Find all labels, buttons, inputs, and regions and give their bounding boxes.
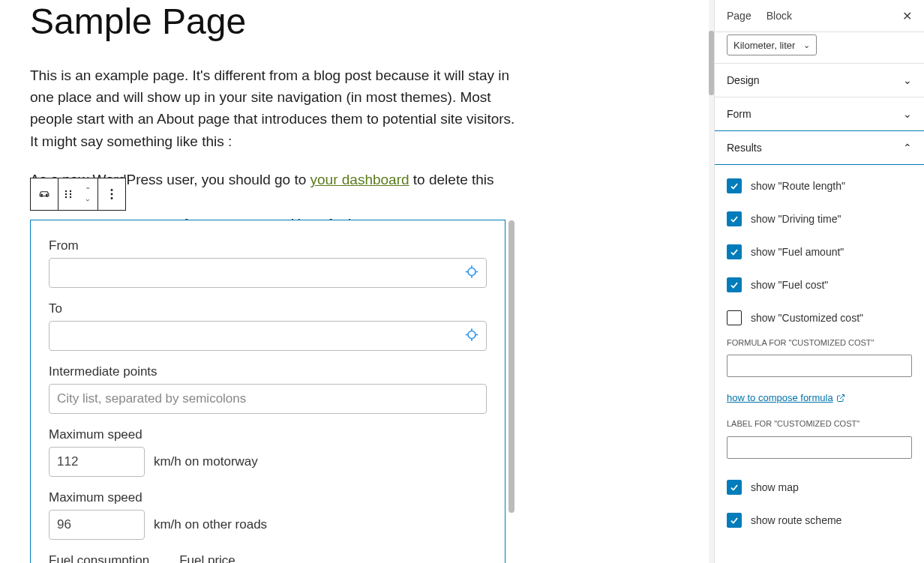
chevron-up-icon: ⌃ <box>85 187 91 194</box>
to-label: To <box>49 301 487 316</box>
check-icon <box>729 280 740 290</box>
more-vertical-icon <box>104 187 119 202</box>
check-icon <box>729 515 740 526</box>
svg-line-21 <box>840 394 844 399</box>
check-icon <box>729 181 740 191</box>
panel-results-body: show "Route length" show "Driving time" … <box>715 165 924 552</box>
chevron-down-icon: ⌄ <box>903 108 912 120</box>
check-icon <box>729 482 740 493</box>
units-value: Kilometer, liter <box>734 40 795 51</box>
intermediate-label: Intermediate points <box>49 364 487 379</box>
dashboard-link[interactable]: your dashboard <box>310 172 410 187</box>
checkbox-fuel-cost[interactable] <box>727 277 742 292</box>
drag-icon <box>61 187 76 202</box>
checkbox-show-route-scheme[interactable] <box>727 513 742 528</box>
svg-point-11 <box>468 268 476 276</box>
page-title[interactable]: Sample Page <box>30 0 715 43</box>
svg-point-5 <box>70 193 71 195</box>
label-custom-label: Label for "Customized cost" <box>727 418 912 430</box>
panel-results-label: Results <box>727 142 762 154</box>
tab-block[interactable]: Block <box>766 0 792 31</box>
fuel-consumption-label: Fuel consumption <box>49 553 149 563</box>
locate-icon[interactable] <box>464 265 479 282</box>
checkbox-route-length[interactable] <box>727 178 742 193</box>
intro-paragraph[interactable]: This is an example page. It's different … <box>30 64 518 153</box>
speed2-label: Maximum speed <box>49 490 487 505</box>
check-icon <box>729 247 740 257</box>
formula-label: Formula for "Customized cost" <box>727 337 912 349</box>
label-custom-input[interactable] <box>727 436 912 459</box>
checkbox-driving-time[interactable] <box>727 211 742 226</box>
checkbox-fuel-amount[interactable] <box>727 244 742 259</box>
block-type-button[interactable] <box>31 178 58 210</box>
panel-results[interactable]: Results ⌃ <box>714 130 924 165</box>
speed1-label: Maximum speed <box>49 427 487 442</box>
speed-motorway-input[interactable] <box>49 447 145 477</box>
external-link-icon <box>836 394 845 403</box>
from-input[interactable] <box>49 258 487 288</box>
route-widget-block[interactable]: From To <box>30 220 506 563</box>
check-icon <box>729 214 740 224</box>
from-label: From <box>49 238 487 253</box>
block-toolbar: ⌃ ⌃ <box>30 178 126 211</box>
panel-form[interactable]: Form ⌄ <box>715 97 924 130</box>
help-link-text: how to compose formula <box>727 392 833 403</box>
svg-point-6 <box>65 196 67 198</box>
panel-design[interactable]: Design ⌄ <box>715 63 924 97</box>
checkbox-show-map[interactable] <box>727 480 742 495</box>
speed-other-input[interactable] <box>49 510 145 540</box>
fuel-amount-label: show "Fuel amount" <box>751 246 844 258</box>
speed2-unit: km/h on other roads <box>154 517 267 532</box>
main-scrollbar-thumb[interactable] <box>709 31 714 95</box>
svg-point-1 <box>46 194 48 196</box>
close-icon: ✕ <box>902 10 912 22</box>
svg-point-16 <box>468 331 476 339</box>
formula-input[interactable] <box>727 355 912 377</box>
svg-point-2 <box>65 190 67 192</box>
drag-handle[interactable] <box>58 178 78 210</box>
settings-sidebar: Page Block ✕ Kilometer, liter ⌄ Design ⌄… <box>714 0 924 563</box>
sidebar-tabs: Page Block ✕ <box>715 0 924 32</box>
close-sidebar-button[interactable]: ✕ <box>896 6 918 26</box>
fuel-price-label: Fuel price <box>179 553 236 563</box>
svg-point-9 <box>111 193 113 196</box>
chevron-down-icon: ⌄ <box>803 40 810 50</box>
show-map-label: show map <box>751 481 799 493</box>
svg-point-3 <box>70 190 71 192</box>
svg-point-0 <box>41 194 43 196</box>
checkbox-custom-cost[interactable] <box>727 310 742 325</box>
svg-point-7 <box>70 196 71 198</box>
svg-point-8 <box>111 189 113 191</box>
car-icon <box>37 187 52 202</box>
tab-page[interactable]: Page <box>727 0 752 31</box>
svg-point-4 <box>65 193 67 195</box>
move-buttons[interactable]: ⌃ ⌃ <box>78 178 98 210</box>
fuel-cost-label: show "Fuel cost" <box>751 279 828 291</box>
custom-cost-label: show "Customized cost" <box>751 312 863 324</box>
panel-form-label: Form <box>727 108 752 120</box>
editor-canvas: Sample Page This is an example page. It'… <box>0 0 715 563</box>
panel-design-label: Design <box>727 74 760 86</box>
help-link[interactable]: how to compose formula <box>727 392 845 403</box>
units-select[interactable]: Kilometer, liter ⌄ <box>727 34 817 55</box>
driving-time-label: show "Driving time" <box>751 213 841 225</box>
chevron-up-icon: ⌃ <box>903 142 912 154</box>
locate-icon[interactable] <box>464 328 479 345</box>
chevron-down-icon: ⌃ <box>85 194 91 202</box>
to-input[interactable] <box>49 321 487 351</box>
show-route-scheme-label: show route scheme <box>751 514 842 526</box>
svg-point-10 <box>111 197 113 199</box>
intermediate-input[interactable] <box>49 384 487 414</box>
editor-scrollbar[interactable] <box>508 220 514 513</box>
chevron-down-icon: ⌄ <box>903 74 912 86</box>
route-length-label: show "Route length" <box>751 180 845 192</box>
speed1-unit: km/h on motorway <box>154 454 258 469</box>
more-options-button[interactable] <box>98 178 125 210</box>
